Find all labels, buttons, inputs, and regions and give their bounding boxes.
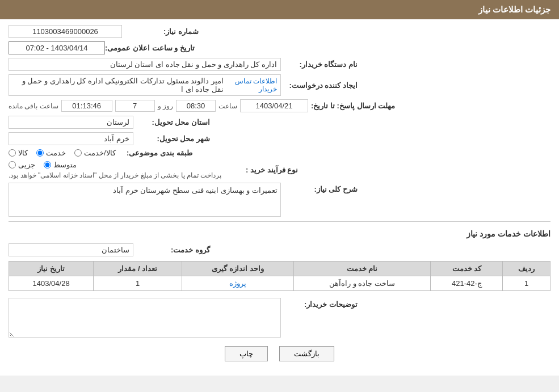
main-content: شماره نیاز: 1103003469000026 تاریخ و ساع… <box>0 19 559 376</box>
nam-dastgah-value: اداره کل راهداری و حمل و نقل جاده ای است… <box>9 58 281 71</box>
shahr-row: شهر محل تحویل: خرم آباد <box>9 132 550 145</box>
buyer-desc-row: توضیحات خریدار: <box>9 298 550 338</box>
cell-nam: ساخت جاده و راه‌آهن <box>293 276 430 291</box>
back-button[interactable]: بازگشت <box>279 346 334 361</box>
tabaqe-kala[interactable]: کالا <box>9 149 28 157</box>
noie-radio-group: متوسط جزیی <box>9 161 77 169</box>
group-label: گروه خدمت: <box>133 246 213 254</box>
buyer-desc-label: توضیحات خریدار: <box>281 298 360 309</box>
mohlat-row: مهلت ارسال پاسخ: تا تاریخ: 1403/04/21 سا… <box>9 99 550 112</box>
creator-row: ایجاد کننده درخواست: اطلاعات تماس خریدار… <box>9 74 550 96</box>
mohlat-time-label: ساعت <box>218 102 237 110</box>
tabaqe-kala-khedmat[interactable]: کالا/خدمت <box>74 149 116 157</box>
noie-label: نوع فرآیند خرید : <box>221 166 301 174</box>
tabaqe-khedmat[interactable]: خدمت <box>36 149 66 157</box>
col-nam: نام خدمت <box>293 262 430 276</box>
mohlat-label: مهلت ارسال پاسخ: تا تاریخ: <box>311 102 398 110</box>
sharh-label: شرح کلی نیاز: <box>281 183 360 193</box>
noie-motavaset[interactable]: متوسط <box>44 161 77 169</box>
sharh-row: شرح کلی نیاز: تعمیرات و بهسازی ابنیه فنی… <box>9 183 550 217</box>
page-header: جزئیات اطلاعات نیاز <box>0 0 559 19</box>
mohlat-remaining: 01:13:46 <box>61 100 112 112</box>
ostan-value: لرستان <box>9 116 133 129</box>
col-radif: ردیف <box>503 262 550 276</box>
services-section-title: اطلاعات خدمات مورد نیاز <box>9 226 550 241</box>
mohlat-date: 1403/04/21 <box>240 99 308 112</box>
noie-jozi[interactable]: جزیی <box>9 161 35 169</box>
col-tedad: تعداد / مقدار <box>94 262 182 276</box>
services-table: ردیف کد خدمت نام خدمت واحد اندازه گیری ت… <box>9 261 550 291</box>
creator-label: ایجاد کننده درخواست: <box>281 81 360 90</box>
tarikho-saat-value: 1403/04/14 - 07:02 <box>9 41 105 54</box>
table-row: 1 ج-42-421 ساخت جاده و راه‌آهن پروژه 1 1… <box>9 276 550 291</box>
sharh-value: تعمیرات و بهسازی ابنیه فنی سطح شهرستان خ… <box>9 183 281 217</box>
col-tarikh: تاریخ نیاز <box>9 262 94 276</box>
group-value: ساختمان <box>9 243 133 256</box>
mohlat-time: 08:30 <box>176 100 216 112</box>
nam-dastgah-label: نام دستگاه خریدار: <box>281 60 360 69</box>
ostan-row: استان محل تحویل: لرستان <box>9 116 550 129</box>
ostan-label: استان محل تحویل: <box>133 118 213 127</box>
cell-vahed[interactable]: پروژه <box>182 276 294 291</box>
group-row: گروه خدمت: ساختمان <box>9 243 550 256</box>
buyer-desc-textarea[interactable] <box>9 298 281 338</box>
tarikhosaaat-row: تاریخ و ساعت اعلان عمومی: 1403/04/14 - 0… <box>9 41 550 54</box>
noie-process-text: پرداخت تمام یا بخشی از مبلغ خریدار از مح… <box>9 171 221 179</box>
buttons-row: بازگشت چاپ <box>9 346 550 361</box>
col-vahed: واحد اندازه گیری <box>182 262 294 276</box>
tabaqe-radio-group: کالا/خدمت خدمت کالا <box>9 149 116 157</box>
col-kod: کد خدمت <box>431 262 503 276</box>
mohlat-remaining-label: ساعت باقی مانده <box>9 102 58 110</box>
noie-row: نوع فرآیند خرید : متوسط جزیی پرداخت تمام… <box>9 161 550 179</box>
shahr-label: شهر محل تحویل: <box>133 134 213 143</box>
tarikho-saat-label: تاریخ و ساعت اعلان عمومی: <box>105 44 197 52</box>
page-container: جزئیات اطلاعات نیاز شماره نیاز: 11030034… <box>0 0 559 376</box>
nam-dastgah-row: نام دستگاه خریدار: اداره کل راهداری و حم… <box>9 58 550 71</box>
shahr-value: خرم آباد <box>9 132 133 145</box>
cell-tarikh: 1403/04/28 <box>9 276 94 291</box>
print-button[interactable]: چاپ <box>225 346 268 361</box>
shomara-niaz-value: 1103003469000026 <box>9 25 122 38</box>
tabaqe-label: طبقه بندی موضوعی: <box>116 149 195 157</box>
contact-link[interactable]: اطلاعات تماس خریدار <box>224 77 277 93</box>
shomara-niaz-row: شماره نیاز: 1103003469000026 <box>9 25 550 38</box>
cell-radif: 1 <box>503 276 550 291</box>
cell-kod: ج-42-421 <box>431 276 503 291</box>
page-title: جزئیات اطلاعات نیاز <box>478 5 550 14</box>
tabaqe-row: طبقه بندی موضوعی: کالا/خدمت خدمت کالا <box>9 149 550 157</box>
mohlat-day-label: روز و <box>158 102 173 110</box>
shomara-niaz-label: شماره نیاز: <box>122 27 201 36</box>
creator-value: اطلاعات تماس خریدار امیر دالوند مسئول تد… <box>9 74 281 96</box>
cell-tedad: 1 <box>94 276 182 291</box>
mohlat-days: 7 <box>115 100 155 112</box>
